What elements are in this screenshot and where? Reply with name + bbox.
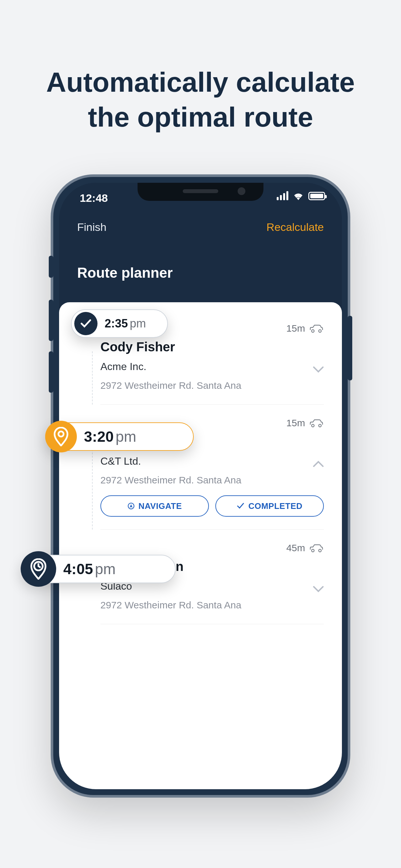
chevron-down-icon[interactable] (313, 366, 324, 373)
wifi-icon (293, 192, 304, 200)
time-pill-current[interactable]: 3:20pm (45, 423, 194, 451)
time-pill-label: 2:35pm (104, 317, 146, 330)
stop-address: 2972 Westheimer Rd. Santa Ana (100, 599, 324, 611)
stops-panel: 15m Cody Fisher Acme Inc. 2972 Westheime… (59, 302, 342, 789)
phone-notch (137, 183, 264, 201)
time-pill-label: 3:20pm (84, 428, 136, 445)
clock-pin-icon (21, 551, 56, 587)
car-icon (309, 323, 324, 333)
car-icon (309, 418, 324, 428)
marketing-headline: Automatically calculate the optimal rout… (0, 65, 401, 135)
time-pill-upcoming[interactable]: 4:05pm (21, 555, 176, 583)
recalculate-button[interactable]: Recalculate (266, 221, 324, 234)
chevron-up-icon[interactable] (313, 461, 324, 467)
svg-point-6 (319, 549, 321, 552)
stop-duration: 15m (286, 417, 324, 429)
phone-frame: 12:48 (51, 175, 350, 798)
svg-point-1 (319, 330, 321, 332)
stop-company: C&T Ltd. (100, 455, 324, 467)
status-time: 12:48 (80, 192, 108, 205)
stop-duration: 45m (286, 542, 324, 554)
stop-address: 2972 Westheimer Rd. Santa Ana (100, 379, 324, 392)
stop-company: Acme Inc. (100, 361, 324, 373)
time-pill-done[interactable]: 2:35pm (71, 309, 168, 338)
svg-point-0 (312, 330, 314, 332)
navigate-button[interactable]: NAVIGATE (100, 495, 209, 517)
stop-address: 2972 Westheimer Rd. Santa Ana (100, 474, 324, 486)
time-pill-label: 4:05pm (63, 560, 116, 578)
screen-title: Route planner (77, 265, 173, 281)
chevron-down-icon[interactable] (313, 586, 324, 592)
check-icon (74, 312, 97, 335)
completed-button[interactable]: COMPLETED (215, 495, 324, 517)
svg-point-7 (58, 431, 64, 437)
stop-name: Cody Fisher (100, 340, 324, 354)
car-icon (309, 543, 324, 553)
map-pin-icon (45, 421, 77, 453)
svg-point-5 (312, 549, 314, 552)
stop-duration: 15m (286, 323, 324, 334)
finish-button[interactable]: Finish (77, 221, 106, 234)
cellular-icon (277, 191, 288, 200)
battery-icon (308, 192, 325, 200)
svg-point-2 (312, 424, 314, 427)
svg-point-3 (319, 424, 321, 427)
